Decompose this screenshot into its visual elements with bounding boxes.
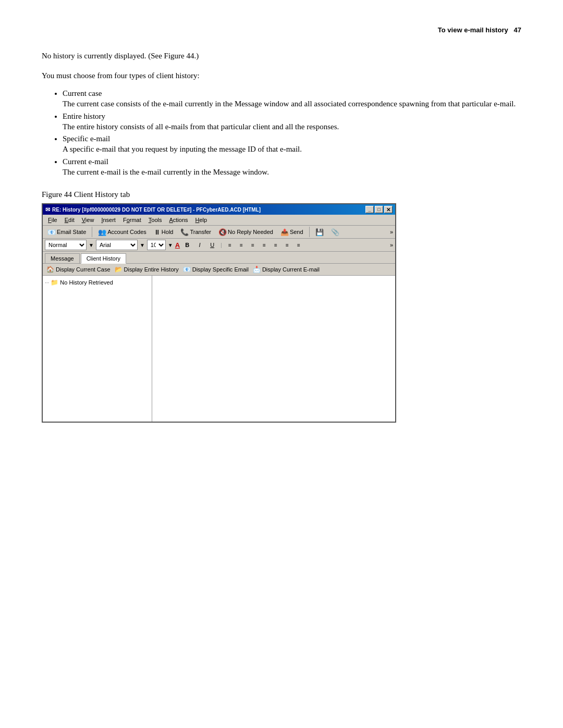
toolbar2-overflow-icon[interactable]: »: [390, 242, 393, 248]
email-icon: ✉: [45, 206, 50, 213]
align-right-button[interactable]: ≡: [248, 240, 258, 250]
menu-bar: File Edit View Insert Format Tools Actio…: [43, 215, 395, 226]
tab-client-history-label: Client History: [87, 255, 120, 262]
dropdown-arrow-font: ▼: [140, 242, 145, 248]
menu-help[interactable]: Help: [192, 216, 211, 224]
bullet-term-4: Current e-mail: [63, 157, 108, 166]
size-select[interactable]: 10: [147, 240, 166, 250]
bullet-item-4: Current e-mail The current e-mail is the…: [63, 157, 521, 178]
no-reply-icon: 🔇: [218, 228, 227, 236]
format-separator: |: [221, 242, 222, 248]
bullet-term-1: Current case: [63, 89, 102, 97]
menu-edit[interactable]: Edit: [62, 216, 78, 224]
tab-message[interactable]: Message: [45, 253, 80, 263]
tabs-row: Message Client History: [43, 252, 395, 264]
account-codes-icon: 👥: [98, 228, 106, 236]
menu-insert[interactable]: Insert: [98, 216, 119, 224]
bullet-item-2: Entire history The entire history consis…: [63, 112, 521, 133]
close-button[interactable]: ✕: [384, 206, 393, 213]
page-container: To view e-mail history 47 No history is …: [0, 0, 563, 449]
display-entire-history-button[interactable]: 📂 Display Entire History: [114, 265, 180, 274]
numbered-list-button[interactable]: ≡: [294, 240, 303, 250]
content-area: ··· 📁 No History Retrieved: [43, 276, 395, 422]
send-button[interactable]: 📤 Send: [278, 227, 306, 237]
email-state-button[interactable]: 📧 Email State: [45, 227, 89, 237]
hold-button[interactable]: ⏸ Hold: [151, 227, 176, 237]
display-current-case-button[interactable]: 🏠 Display Current Case: [45, 265, 112, 274]
italic-button[interactable]: I: [194, 240, 205, 250]
page-header: To view e-mail history 47: [42, 26, 521, 34]
bullet-list: Current case The current case consists o…: [63, 89, 521, 178]
hold-label: Hold: [162, 229, 174, 235]
bullet-desc-3: A specific e-mail that you request by in…: [63, 145, 302, 153]
page-number: 47: [514, 26, 521, 34]
window-controls[interactable]: _ □ ✕: [365, 206, 393, 213]
header-text: To view e-mail history: [438, 26, 508, 34]
dropdown-arrow-size: ▼: [168, 242, 173, 248]
transfer-label: Transfer: [190, 229, 211, 235]
hold-icon: ⏸: [154, 228, 161, 236]
tree-item-no-history: ··· 📁 No History Retrieved: [45, 278, 150, 287]
display-current-email-label: Display Current E-mail: [262, 266, 320, 273]
dropdown-arrow-style: ▼: [89, 242, 94, 248]
left-pane: ··· 📁 No History Retrieved: [43, 276, 152, 422]
outdent-button[interactable]: ≡: [271, 240, 280, 250]
bullet-desc-1: The current case consists of the e-mail …: [63, 100, 516, 108]
style-select[interactable]: Normal: [45, 240, 87, 250]
paragraph-1: No history is currently displayed. (See …: [42, 50, 521, 62]
display-current-email-button[interactable]: 📩 Display Current E-mail: [252, 265, 321, 274]
window-title: RE: History [#pf0000000029 DO NOT EDIT O…: [52, 207, 261, 213]
tree-lines: ···: [45, 280, 49, 286]
bullet-desc-2: The entire history consists of all e-mai…: [63, 122, 339, 131]
menu-format[interactable]: Format: [120, 216, 144, 224]
indent-button[interactable]: ≡: [260, 240, 269, 250]
display-specific-email-icon: 📧: [183, 266, 191, 273]
bold-button[interactable]: B: [182, 240, 192, 250]
paragraph-2: You must choose from four types of clien…: [42, 69, 521, 82]
align-center-button[interactable]: ≡: [237, 240, 246, 250]
send-label: Send: [290, 229, 303, 235]
menu-tools[interactable]: Tools: [145, 216, 165, 224]
folder-icon: 📁: [51, 279, 58, 286]
toolbar-1: 📧 Email State 👥 Account Codes ⏸ Hold 📞 T…: [43, 226, 395, 239]
display-entire-history-label: Display Entire History: [124, 266, 179, 273]
window-titlebar: ✉ RE: History [#pf0000000029 DO NOT EDIT…: [43, 204, 395, 215]
attach-icon: 📎: [331, 228, 339, 236]
transfer-button[interactable]: 📞 Transfer: [178, 227, 214, 237]
minimize-button[interactable]: _: [365, 206, 374, 213]
tree-item-label: No History Retrieved: [60, 279, 113, 286]
tab-message-label: Message: [51, 255, 74, 262]
font-select[interactable]: Arial: [96, 240, 138, 250]
font-color-button[interactable]: A: [175, 241, 180, 249]
send-icon: 📤: [280, 228, 289, 236]
email-window: ✉ RE: History [#pf0000000029 DO NOT EDIT…: [42, 203, 396, 423]
transfer-icon: 📞: [180, 228, 189, 236]
action-toolbar: 🏠 Display Current Case 📂 Display Entire …: [43, 264, 395, 276]
save-icon: 💾: [315, 228, 324, 236]
menu-file[interactable]: File: [45, 216, 60, 224]
display-specific-email-button[interactable]: 📧 Display Specific Email: [182, 265, 250, 274]
tab-client-history[interactable]: Client History: [81, 253, 126, 264]
toolbar-overflow-icon[interactable]: »: [390, 229, 393, 235]
display-current-case-icon: 🏠: [46, 266, 54, 273]
maximize-button[interactable]: □: [375, 206, 383, 213]
align-left-button[interactable]: ≡: [225, 240, 235, 250]
attach-button[interactable]: 📎: [328, 227, 342, 237]
menu-actions[interactable]: Actions: [166, 216, 191, 224]
account-codes-label: Account Codes: [107, 229, 146, 235]
separator-1: [92, 227, 92, 237]
list-button[interactable]: ≡: [283, 240, 292, 250]
underline-button[interactable]: U: [207, 240, 217, 250]
display-specific-email-label: Display Specific Email: [192, 266, 249, 273]
display-entire-history-icon: 📂: [115, 266, 123, 273]
no-reply-label: No Reply Needed: [228, 229, 273, 235]
bullet-desc-4: The current e-mail is the e-mail current…: [63, 168, 269, 176]
no-reply-button[interactable]: 🔇 No Reply Needed: [216, 227, 276, 237]
right-pane: [152, 276, 395, 422]
toolbar-2: Normal ▼ Arial ▼ 10 ▼ A B I U | ≡ ≡ ≡ ≡ …: [43, 239, 395, 252]
account-codes-button[interactable]: 👥 Account Codes: [95, 227, 149, 237]
display-current-case-label: Display Current Case: [56, 266, 111, 273]
menu-view[interactable]: View: [79, 216, 97, 224]
email-state-icon: 📧: [47, 228, 56, 236]
save-button[interactable]: 💾: [313, 227, 326, 237]
